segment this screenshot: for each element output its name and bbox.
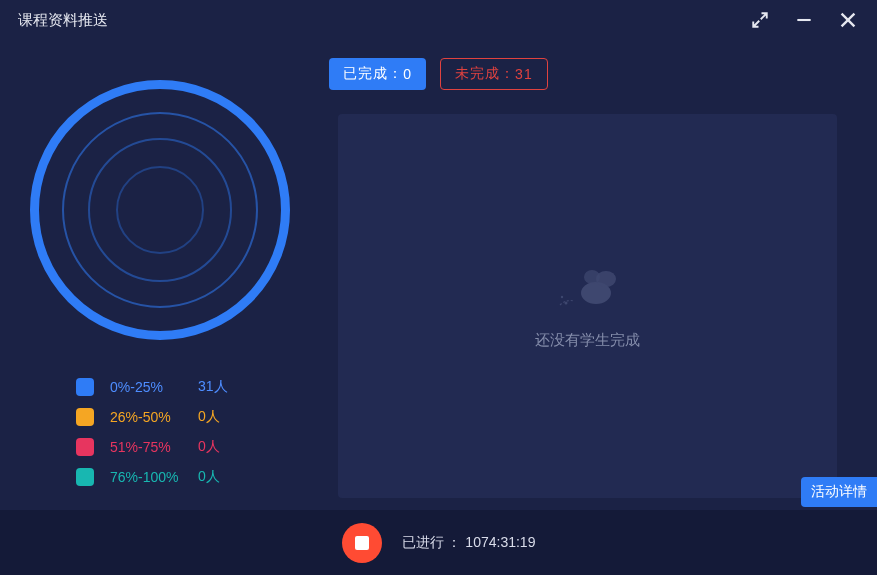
stop-icon (355, 536, 369, 550)
legend-swatch (76, 438, 94, 456)
tab-completed-count: 0 (403, 66, 412, 82)
legend-swatch (76, 378, 94, 396)
legend-row-0-25: 0%-25% 31人 (76, 372, 300, 402)
legend-row-26-50: 26%-50% 0人 (76, 402, 300, 432)
legend-row-51-75: 51%-75% 0人 (76, 432, 300, 462)
legend-count: 31人 (198, 378, 248, 396)
legend-range: 51%-75% (110, 439, 192, 455)
completed-students-panel: 还没有学生完成 (338, 114, 837, 498)
activity-details-button[interactable]: 活动详情 (801, 477, 877, 507)
legend-range: 0%-25% (110, 379, 192, 395)
main-area: 已完成 ： 0 未完成 ： 31 0%-25% 31人 26%-50% (0, 40, 877, 510)
expand-icon[interactable] (745, 5, 775, 35)
elapsed-value: 1074:31:19 (465, 534, 535, 550)
chart-legend: 0%-25% 31人 26%-50% 0人 51%-75% 0人 76%-100… (76, 372, 300, 492)
bee-icon (556, 263, 620, 317)
minimize-icon[interactable] (789, 5, 819, 35)
legend-count: 0人 (198, 408, 248, 426)
legend-count: 0人 (198, 468, 248, 486)
empty-state-text: 还没有学生完成 (535, 331, 640, 350)
tab-incomplete-label: 未完成 (455, 65, 500, 83)
legend-row-76-100: 76%-100% 0人 (76, 462, 300, 492)
legend-range: 76%-100% (110, 469, 192, 485)
svg-point-7 (560, 295, 562, 297)
tab-completed-label: 已完成 (343, 65, 388, 83)
svg-point-5 (584, 270, 600, 284)
progress-ring-chart (30, 80, 290, 340)
tab-completed[interactable]: 已完成 ： 0 (329, 58, 426, 90)
close-icon[interactable] (833, 5, 863, 35)
window-title: 课程资料推送 (18, 11, 108, 30)
tab-incomplete-count: 31 (515, 66, 533, 82)
footer-bar: 已进行 ： 1074:31:19 (0, 510, 877, 575)
legend-swatch (76, 468, 94, 486)
ring-inner (116, 166, 204, 254)
elapsed-time: 已进行 ： 1074:31:19 (402, 534, 536, 552)
progress-chart-panel: 0%-25% 31人 26%-50% 0人 51%-75% 0人 76%-100… (20, 80, 300, 492)
title-bar: 课程资料推送 (0, 0, 877, 40)
elapsed-label: 已进行 (402, 534, 444, 550)
legend-count: 0人 (198, 438, 248, 456)
stop-button[interactable] (342, 523, 382, 563)
legend-range: 26%-50% (110, 409, 192, 425)
tab-incomplete[interactable]: 未完成 ： 31 (440, 58, 548, 90)
legend-swatch (76, 408, 94, 426)
